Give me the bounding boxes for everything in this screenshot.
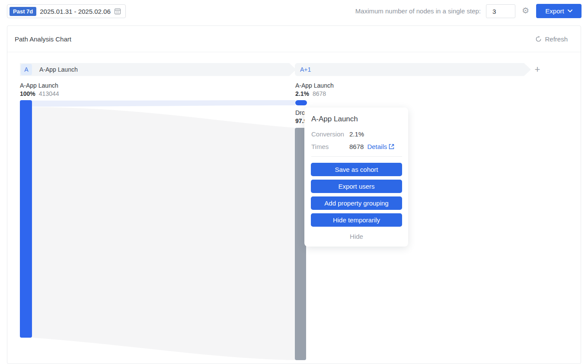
popup-times-row: Times 8678 Details	[311, 143, 402, 150]
external-link-icon	[389, 144, 394, 149]
step-label-1: A-App Launch	[39, 66, 78, 73]
chevron-down-icon	[568, 9, 572, 13]
node-stats: 2.1%8678	[295, 90, 408, 98]
flow-bands	[7, 26, 582, 364]
page: Past 7d 2025.01.31 - 2025.02.06 Maximum …	[0, 0, 588, 364]
save-as-cohort-button[interactable]: Save as cohort	[311, 163, 402, 176]
date-range-picker[interactable]: Past 7d 2025.01.31 - 2025.02.06	[7, 4, 126, 18]
card-title: Path Analysis Chart	[15, 35, 71, 43]
details-link[interactable]: Details	[367, 143, 394, 150]
node-label-step2: A-App Launch 2.1%8678	[295, 82, 408, 98]
times-label: Times	[311, 143, 349, 150]
card-header: Path Analysis Chart Refresh	[7, 26, 581, 52]
flow-dropped	[32, 107, 295, 360]
hide-link[interactable]: Hide	[311, 233, 402, 240]
add-property-grouping-button[interactable]: Add property grouping	[311, 196, 402, 210]
export-button[interactable]: Export	[536, 4, 582, 18]
flow-converted	[32, 100, 295, 107]
step-header-2[interactable]: A+1	[295, 63, 531, 76]
details-label: Details	[367, 143, 387, 150]
node-name: A-App Launch	[295, 82, 408, 89]
node-percent: 2.1%	[295, 90, 309, 97]
hide-temporarily-button[interactable]: Hide temporarily	[311, 213, 402, 227]
popup-divider	[311, 156, 402, 157]
date-range-value: 2025.01.31 - 2025.02.06	[40, 8, 110, 15]
node-bar-step2-app-launch[interactable]	[295, 100, 307, 105]
node-percent: 100%	[20, 90, 35, 97]
refresh-label: Refresh	[545, 35, 568, 43]
node-bar-step1-app-launch[interactable]	[20, 100, 32, 338]
max-nodes-input[interactable]	[486, 4, 515, 18]
calendar-icon	[114, 8, 121, 15]
export-button-label: Export	[545, 7, 564, 15]
popup-title: A-App Launch	[311, 115, 402, 123]
times-value: 8678	[349, 143, 364, 150]
step-header-1[interactable]: A A-App Launch	[20, 63, 296, 76]
node-count: 413044	[39, 90, 59, 97]
node-stats: 100%413044	[20, 90, 132, 98]
conversion-value: 2.1%	[349, 130, 364, 138]
add-step-button[interactable]: +	[531, 63, 544, 76]
export-users-button[interactable]: Export users	[311, 180, 402, 193]
conversion-label: Conversion	[311, 130, 349, 138]
step-label-2: A+1	[300, 66, 311, 73]
gear-icon[interactable]: ⚙	[522, 6, 529, 16]
path-analysis-card: Path Analysis Chart Refresh A A-App Laun…	[7, 25, 581, 364]
max-nodes-label: Maximum number of nodes in a single step…	[355, 7, 481, 15]
refresh-icon	[535, 36, 542, 42]
date-preset-badge: Past 7d	[10, 7, 36, 16]
popup-conversion-row: Conversion 2.1%	[311, 130, 402, 138]
node-popup: A-App Launch Conversion 2.1% Times 8678 …	[304, 108, 408, 247]
node-count: 8678	[313, 90, 326, 97]
node-name: A-App Launch	[20, 82, 132, 89]
refresh-button[interactable]: Refresh	[535, 35, 568, 43]
top-toolbar: Past 7d 2025.01.31 - 2025.02.06 Maximum …	[0, 0, 588, 22]
node-label-step1: A-App Launch 100%413044	[20, 82, 132, 98]
step-badge-a: A	[21, 64, 32, 75]
